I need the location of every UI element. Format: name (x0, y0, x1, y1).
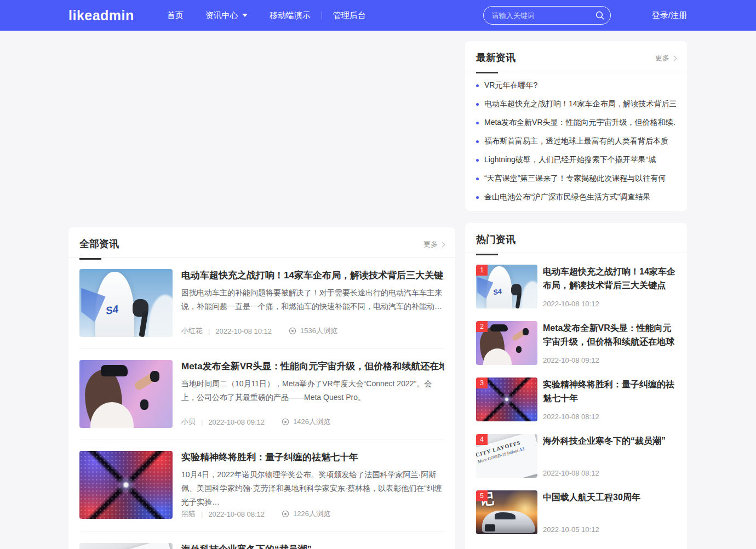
article-meta: 黑猫 | 2022-10-08 08:12 1226人浏览 (181, 509, 444, 520)
side-column: 最新资讯 更多 VR元年在哪年? 电动车超快充之战打响！14家车企布局，解读技术… (465, 31, 687, 549)
latest-news-more-link[interactable]: 更多 (655, 53, 676, 63)
bullet-dot (476, 103, 479, 106)
article-title[interactable]: 实验精神终将胜利：量子纠缠的祛魅七十年 (181, 451, 444, 464)
article-author: 黑猫 (181, 509, 196, 519)
main-column: 全部资讯 更多 S4 电动车超快充之战打响！14家车企布局，解读技术背后三大关键… (68, 31, 455, 549)
bullet-dot (476, 178, 479, 180)
rank-badge: 2 (476, 321, 488, 332)
article-views: 1426人浏览 (281, 417, 330, 427)
quantum-thumbnail (79, 451, 173, 519)
hot-news-title[interactable]: 海外科技企业寒冬下的“裁员潮” (543, 434, 676, 448)
layoffs-thumbnail: CITY LAYOFFS More COVID-19 fallout A3 (79, 543, 173, 549)
nav-item-news-center[interactable]: 资讯中心 (194, 10, 259, 21)
search-icon[interactable] (595, 10, 605, 22)
article-date: 2022-10-08 08:12 (208, 510, 265, 518)
hot-news-title[interactable]: 中国载人航天工程30周年 (543, 490, 676, 504)
all-news-card: 全部资讯 更多 S4 电动车超快充之战打响！14家车企布局，解读技术背后三大关键… (68, 227, 455, 549)
hot-news-date: 2022-10-05 10:12 (543, 525, 676, 534)
article-description: 困扰电动车主的补能问题将要被解决了！对于需要长途出行的电动汽车车主来说，补能问题… (181, 286, 444, 313)
ev-charging-thumbnail: 1 S4 (476, 265, 537, 308)
article-row[interactable]: CITY LAYOFFS More COVID-19 fallout A3 海外… (79, 531, 444, 549)
hot-news-list: 1 S4 电动车超快充之战打响！14家车企布局，解读技术背后三大关键点 2022… (465, 253, 687, 534)
article-description: 当地时间周二（10月11日），Meta举办了VR年度大会“Connect 202… (181, 377, 444, 404)
main-nav: 首页 资讯中心 移动端演示 管理后台 (156, 10, 377, 21)
hot-news-title[interactable]: 电动车超快充之战打响！14家车企布局，解读技术背后三大关键点 (543, 265, 676, 292)
page-body: 全部资讯 更多 S4 电动车超快充之战打响！14家车企布局，解读技术背后三大关键… (0, 31, 756, 549)
section-title-latest-news: 最新资讯 (476, 51, 516, 73)
hot-news-date: 2022-10-08 08:12 (543, 413, 676, 421)
bullet-dot (476, 140, 479, 143)
article-date: 2022-10-08 10:12 (215, 327, 272, 335)
rank-badge: 1 (476, 265, 488, 276)
hot-news-date: 2022-10-08 09:12 (543, 356, 676, 365)
bullet-dot (476, 159, 479, 162)
all-news-header: 全部资讯 更多 (68, 227, 455, 258)
hot-news-title[interactable]: Meta发布全新VR头显：性能向元宇宙升级，但价格和续航还在地球 (543, 321, 676, 348)
section-title-all-news: 全部资讯 (79, 237, 119, 260)
eye-icon (281, 510, 290, 518)
nav-item-mobile-demo[interactable]: 移动端演示 (259, 10, 322, 21)
bullet-dot (476, 196, 479, 199)
hot-news-item[interactable]: 4 CITY LAYOFFS More COVID-19 fallout A3 … (476, 434, 676, 478)
eye-icon (281, 418, 290, 426)
list-item[interactable]: VR元年在哪年? (476, 82, 676, 89)
eye-icon (288, 327, 297, 335)
article-row[interactable]: 实验精神终将胜利：量子纠缠的祛魅七十年 10月4日，2022年诺贝尔物理学奖公布… (79, 439, 444, 531)
nav-item-admin[interactable]: 管理后台 (322, 10, 377, 21)
vr-headset-thumbnail (79, 360, 173, 428)
article-description: 10月4日，2022年诺贝尔物理学奖公布。奖项颁发给了法国科学家阿兰·阿斯佩、美… (181, 468, 444, 509)
hot-news-item[interactable]: 2 Meta发布全新VR头显：性能向元宇宙升级，但价格和续航还在地球 2022-… (476, 321, 676, 365)
article-title[interactable]: 海外科技企业寒冬下的“裁员潮” (181, 543, 444, 549)
list-item[interactable]: Meta发布全新VR头显：性能向元宇宙升级，但价格和续…还 (476, 119, 676, 127)
list-item[interactable]: “天宫课堂”第三课来了！专家揭秘此次课程与以往有何 (476, 175, 676, 182)
search-input[interactable] (483, 6, 611, 25)
all-news-more-link[interactable]: 更多 (423, 239, 444, 249)
rank-badge: 3 (476, 378, 488, 388)
article-meta: 小红花 | 2022-10-08 10:12 1536人浏览 (181, 326, 444, 337)
top-navbar: likeadmin 首页 资讯中心 移动端演示 管理后台 登录/注册 (0, 0, 756, 31)
latest-news-card: 最新资讯 更多 VR元年在哪年? 电动车超快充之战打响！14家车企布局，解读技术… (465, 41, 687, 211)
hot-news-item[interactable]: 3 实验精神终将胜利：量子纠缠的祛魅七十年 2022-10-08 08:12 (476, 378, 676, 421)
vr-headset-thumbnail: 2 (476, 321, 537, 365)
hot-news-header: 热门资讯 (465, 223, 687, 253)
rank-badge: 4 (476, 434, 488, 445)
layoffs-thumbnail: 4 CITY LAYOFFS More COVID-19 fallout A3 (476, 434, 537, 478)
latest-news-list: VR元年在哪年? 电动车超快充之战打响！14家车企布局，解读技术背后三… Met… (465, 71, 687, 211)
rank-badge: 5 (476, 490, 488, 501)
list-item[interactable]: 金山电池公布“沪广深市民绿色生活方式”调查结果 (476, 193, 676, 201)
bullet-dot (476, 84, 479, 87)
chevron-right-icon (672, 55, 677, 61)
article-author: 小红花 (181, 326, 203, 336)
list-item[interactable]: 电动车超快充之战打响！14家车企布局，解读技术背后三… (476, 100, 676, 108)
article-row[interactable]: S4 电动车超快充之战打响！14家车企布局，解读技术背后三大关键点 困扰电动车主… (79, 258, 444, 348)
chevron-right-icon (440, 242, 445, 247)
list-item[interactable]: 福布斯首富易主，透过地球上最富有的人类看背后本质 (476, 138, 676, 145)
hot-news-item[interactable]: 5 记 中国载人航天工程30周年 2022-10-05 10:12 (476, 490, 676, 534)
bullet-dot (476, 122, 479, 124)
article-row[interactable]: Meta发布全新VR头显：性能向元宇宙升级，但价格和续航还在地球 当地时间周二（… (79, 348, 444, 439)
article-date: 2022-10-08 09:12 (208, 418, 265, 426)
ev-charging-thumbnail: S4 (79, 269, 173, 337)
hot-news-card: 热门资讯 1 S4 电动车超快充之战打响！14家车企布局，解读技术背后三大关键点… (465, 223, 687, 549)
article-meta: 小贝 | 2022-10-08 09:12 1426人浏览 (181, 417, 444, 428)
section-title-hot-news: 热门资讯 (476, 233, 516, 255)
article-views: 1536人浏览 (288, 326, 337, 336)
chevron-down-icon (242, 14, 248, 17)
logo[interactable]: likeadmin (68, 8, 134, 24)
article-title[interactable]: 电动车超快充之战打响！14家车企布局，解读技术背后三大关键点 (181, 269, 444, 282)
article-author: 小贝 (181, 417, 196, 427)
nav-item-home[interactable]: 首页 (156, 10, 194, 21)
list-item[interactable]: Lightning破壁，人们已经开始搜索下个撬开苹果“城 (476, 156, 676, 164)
hot-news-title[interactable]: 实验精神终将胜利：量子纠缠的祛魅七十年 (543, 378, 676, 405)
hot-news-item[interactable]: 1 S4 电动车超快充之战打响！14家车企布局，解读技术背后三大关键点 2022… (476, 265, 676, 308)
article-title[interactable]: Meta发布全新VR头显：性能向元宇宙升级，但价格和续航还在地球 (181, 360, 444, 373)
search-box (483, 6, 611, 25)
login-register-link[interactable]: 登录/注册 (652, 10, 687, 21)
article-views: 1226人浏览 (281, 509, 330, 519)
hot-news-date: 2022-10-08 08:12 (543, 469, 676, 478)
car-sunset-thumbnail: 5 记 (476, 490, 537, 534)
latest-news-header: 最新资讯 更多 (465, 41, 687, 71)
hot-news-date: 2022-10-08 10:12 (543, 300, 676, 308)
quantum-thumbnail: 3 (476, 378, 537, 421)
